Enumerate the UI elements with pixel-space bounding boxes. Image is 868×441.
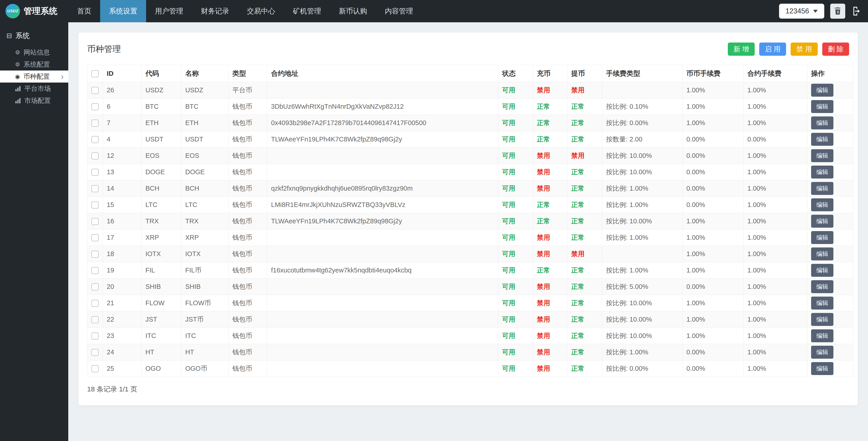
- edit-button[interactable]: 编辑: [811, 133, 833, 146]
- cell-id: 19: [103, 262, 142, 279]
- cell-type: 钱包币: [228, 99, 267, 115]
- nav-item[interactable]: 矿机管理: [284, 0, 330, 22]
- row-checkbox[interactable]: [92, 283, 98, 291]
- edit-button[interactable]: 编辑: [811, 149, 833, 162]
- cell-deposit: 正常: [533, 131, 567, 147]
- row-checkbox[interactable]: [92, 87, 98, 94]
- edit-button[interactable]: 编辑: [811, 264, 833, 277]
- edit-button[interactable]: 编辑: [811, 166, 833, 178]
- row-checkbox[interactable]: [92, 103, 98, 110]
- cell-code: ETH: [142, 115, 181, 131]
- cell-status: 可用: [498, 344, 533, 361]
- sidebar-item[interactable]: 平台市场 ›: [0, 82, 68, 95]
- trash-button[interactable]: [830, 4, 845, 19]
- currency-table: ID 代码 名称 类型 合约地址 状态 充币 提币 手续费类型 币币手续费 合约…: [87, 65, 853, 377]
- cell-deposit: 正常: [533, 197, 567, 213]
- row-select-cell: [87, 82, 103, 99]
- app-logo: USDZ 管理系统: [0, 0, 68, 22]
- row-checkbox[interactable]: [92, 333, 98, 340]
- row-select-cell: [87, 328, 103, 344]
- row-checkbox[interactable]: [92, 234, 98, 241]
- row-checkbox[interactable]: [92, 152, 98, 160]
- nav-item-label: 交易中心: [247, 6, 275, 16]
- add-button[interactable]: 新 增: [728, 42, 755, 56]
- cell-status: 可用: [498, 82, 533, 99]
- edit-button[interactable]: 编辑: [811, 247, 833, 261]
- edit-button[interactable]: 编辑: [811, 215, 833, 228]
- sidebar-item[interactable]: ⚙ 系统配置 ›: [0, 59, 68, 70]
- delete-button[interactable]: 删 除: [822, 42, 849, 56]
- chart-icon: [15, 98, 21, 104]
- logout-button[interactable]: [851, 6, 862, 16]
- cell-coin_fee: 1.00%: [683, 230, 744, 246]
- edit-button[interactable]: 编辑: [811, 84, 833, 97]
- nav-item[interactable]: 内容管理: [376, 0, 422, 22]
- edit-button[interactable]: 编辑: [811, 231, 833, 244]
- edit-button[interactable]: 编辑: [811, 116, 833, 129]
- cell-fee_type: 按比例: 1.00%: [602, 262, 683, 279]
- nav-item[interactable]: 财务记录: [192, 0, 238, 22]
- row-checkbox[interactable]: [92, 349, 98, 356]
- sidebar-item[interactable]: ◉ 币种配置 ›: [0, 70, 68, 82]
- row-checkbox[interactable]: [92, 169, 98, 176]
- cell-operations: 编辑: [807, 344, 853, 361]
- sidebar-section: ⊟ 系统: [0, 22, 68, 46]
- row-checkbox[interactable]: [92, 136, 98, 143]
- cell-name: LTC: [181, 197, 228, 213]
- nav-item[interactable]: 首页: [68, 0, 100, 22]
- cell-code: BTC: [142, 99, 181, 115]
- row-checkbox[interactable]: [92, 365, 98, 372]
- edit-button[interactable]: 编辑: [811, 313, 833, 326]
- row-checkbox[interactable]: [92, 218, 98, 225]
- cell-operations: 编辑: [807, 131, 853, 147]
- edit-button[interactable]: 编辑: [811, 329, 833, 342]
- sidebar-item-label: 币种配置: [24, 72, 50, 81]
- nav-item[interactable]: 交易中心: [238, 0, 284, 22]
- cell-operations: 编辑: [807, 230, 853, 246]
- edit-button[interactable]: 编辑: [811, 297, 833, 309]
- cell-code: DOGE: [142, 164, 181, 180]
- row-checkbox[interactable]: [92, 267, 98, 274]
- cell-withdraw: 正常: [567, 361, 602, 377]
- nav-item[interactable]: 用户管理: [146, 0, 192, 22]
- edit-button[interactable]: 编辑: [811, 346, 833, 359]
- cell-contract_fee: 1.00%: [744, 82, 807, 99]
- nav-item[interactable]: 系统设置: [100, 0, 146, 22]
- nav-item[interactable]: 新币认购: [330, 0, 376, 22]
- cell-code: OGO: [142, 361, 181, 377]
- cell-address: TLWAeeYFn19LPh4K7C8Wk2fpZ89q98Gj2y: [267, 213, 498, 230]
- cell-deposit: 禁用: [533, 246, 567, 262]
- sidebar-item[interactable]: 市场配置 ›: [0, 95, 68, 107]
- cell-address: LMi8R1E4mrJkjXUhNzuSRWZTBQ33yVBLVz: [267, 197, 498, 213]
- row-checkbox[interactable]: [92, 185, 98, 192]
- edit-button[interactable]: 编辑: [811, 198, 833, 211]
- edit-button[interactable]: 编辑: [811, 362, 833, 375]
- row-checkbox[interactable]: [92, 202, 98, 209]
- row-checkbox[interactable]: [92, 120, 98, 127]
- disable-button[interactable]: 禁 用: [790, 42, 817, 56]
- sidebar: ⊟ 系统 ⚙ 网站信息 › ⚙ 系统配置 › ◉ 币种配置 › 平台市场 › 市…: [0, 22, 68, 441]
- cell-code: EOS: [142, 147, 181, 164]
- cell-id: 6: [103, 99, 142, 115]
- edit-button[interactable]: 编辑: [811, 280, 833, 293]
- edit-button[interactable]: 编辑: [811, 100, 833, 113]
- cell-name: FLOW币: [181, 295, 228, 311]
- nav-item-label: 用户管理: [155, 6, 183, 16]
- edit-button[interactable]: 编辑: [811, 182, 833, 195]
- row-checkbox[interactable]: [92, 251, 98, 258]
- user-menu-button[interactable]: 123456: [779, 4, 824, 19]
- enable-button[interactable]: 启 用: [759, 42, 786, 56]
- row-checkbox[interactable]: [92, 316, 98, 323]
- cell-coin_fee: 1.00%: [683, 328, 744, 344]
- cell-deposit: 正常: [533, 213, 567, 230]
- cell-code: HT: [142, 344, 181, 361]
- cell-status: 可用: [498, 311, 533, 328]
- table-row: 26 USDZ USDZ 平台币 可用 禁用 禁用 1.00% 1.00% 编辑: [87, 82, 853, 99]
- cell-deposit: 正常: [533, 115, 567, 131]
- row-checkbox[interactable]: [92, 300, 98, 307]
- cell-coin_fee: 0.00%: [683, 131, 744, 147]
- row-select-cell: [87, 197, 103, 213]
- cell-withdraw: 正常: [567, 99, 602, 115]
- sidebar-item[interactable]: ⚙ 网站信息 ›: [0, 46, 68, 59]
- select-all-checkbox[interactable]: [92, 70, 98, 77]
